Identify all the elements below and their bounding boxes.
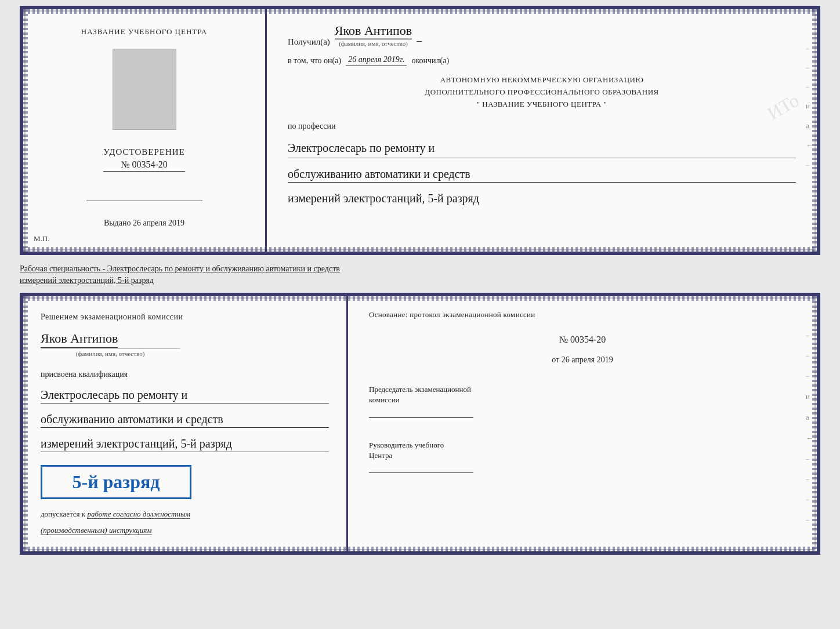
photo-placeholder — [113, 49, 176, 130]
diploma-card: НАЗВАНИЕ УЧЕБНОГО ЦЕНТРА УДОСТОВЕРЕНИЕ №… — [20, 6, 820, 255]
profession-line2: обслуживанию автоматики и средств — [288, 168, 796, 183]
vydano-date: 26 апреля 2019 — [133, 219, 184, 227]
qdeco-arrow: ← — [806, 434, 813, 443]
dopuskaetsya-value2: (производственным) инструкциям — [41, 526, 152, 535]
chairman-line1: Председатель экзаменационной — [369, 384, 796, 395]
date-prefix: от — [552, 355, 559, 364]
chairman-block: Председатель экзаменационной комиссии — [369, 384, 796, 417]
org-line1: АВТОНОМНУЮ НЕКОММЕРЧЕСКУЮ ОРГАНИЗАЦИЮ — [288, 74, 796, 86]
rukovoditel-sig-line — [369, 472, 473, 473]
qual-left-panel: Решением экзаменационной комиссии Яков А… — [23, 296, 348, 551]
date-intro: в том, что он(а) — [288, 56, 341, 66]
qdeco-dash-4: – — [806, 455, 813, 463]
diploma-left-panel: НАЗВАНИЕ УЧЕБНОГО ЦЕНТРА УДОСТОВЕРЕНИЕ №… — [23, 9, 267, 252]
chairman-line2: комиссии — [369, 395, 796, 405]
org-full-name: АВТОНОМНУЮ НЕКОММЕРЧЕСКУЮ ОРГАНИЗАЦИЮ ДО… — [288, 74, 796, 110]
mp-label: М.П. — [34, 234, 49, 243]
vydano-block: Выдано 26 апреля 2019 — [104, 219, 184, 228]
prisvoena-label: присвоена квалификация — [41, 370, 329, 379]
osnov-text: Основание: протокол экзаменационной коми… — [369, 310, 796, 319]
qdeco-a: а — [806, 413, 813, 422]
document-container: НАЗВАНИЕ УЧЕБНОГО ЦЕНТРА УДОСТОВЕРЕНИЕ №… — [20, 6, 820, 555]
dopuskaetsya-value: работе согласно должностным — [87, 510, 190, 519]
org-line3: " НАЗВАНИЕ УЧЕБНОГО ЦЕНТРА " — [288, 99, 796, 111]
signature-line — [86, 201, 202, 201]
org-name-left: НАЗВАНИЕ УЧЕБНОГО ЦЕНТРА — [81, 27, 207, 37]
profession-line1: Электрослесарь по ремонту и — [288, 139, 796, 158]
date-row: в том, что он(а) 26 апреля 2019г. окончи… — [288, 55, 796, 66]
rukovoditel-line1: Руководитель учебного — [369, 440, 796, 450]
decision-text: Решением экзаменационной комиссии — [41, 312, 329, 322]
chairman-sig-line — [369, 417, 473, 418]
qual-line2: обслуживанию автоматики и средств — [41, 413, 329, 428]
protocol-date-value: 26 апреля 2019 — [562, 355, 613, 364]
deco-and: и — [806, 101, 813, 111]
profession-line3: измерений электростанций, 5-й разряд — [288, 192, 796, 206]
org-line2: ДОПОЛНИТЕЛЬНОГО ПРОФЕССИОНАЛЬНОГО ОБРАЗО… — [288, 86, 796, 99]
fio-hint-bottom: (фамилия, имя, отчество) — [41, 348, 180, 357]
deco-dash-3: – — [806, 82, 813, 91]
diploma-right-panel: Получил(а) Яков Антипов (фамилия, имя, о… — [267, 9, 817, 252]
specialty-text: Рабочая специальность - Электрослесарь п… — [20, 260, 820, 288]
udostoverenie-title: УДОСТОВЕРЕНИЕ — [103, 147, 185, 157]
rukovoditel-title: Руководитель учебного Центра — [369, 440, 796, 461]
dopuskaetsya-row: допускается к работе согласно должностны… — [41, 510, 329, 519]
qual-line3: измерений электростанций, 5-й разряд — [41, 437, 329, 452]
finished-label: окончил(а) — [411, 56, 449, 66]
protocol-date: от 26 апреля 2019 — [369, 355, 796, 365]
received-label: Получил(а) — [288, 37, 330, 47]
fio-hint-top: (фамилия, имя, отчество) — [335, 38, 412, 47]
udostoverenie-block: УДОСТОВЕРЕНИЕ № 00354-20 — [103, 147, 185, 172]
rank-label: 5-й разряд — [50, 471, 182, 493]
recipient-name: Яков Антипов — [335, 23, 412, 39]
deco-dash-1: – — [806, 44, 813, 53]
profession-label: по профессии — [288, 122, 796, 131]
rukovoditel-block: Руководитель учебного Центра — [369, 440, 796, 473]
qual-line1: Электрослесарь по ремонту и — [41, 388, 329, 403]
qdeco-and: и — [806, 392, 813, 401]
dopuskaetsya-label: допускается к — [41, 510, 85, 518]
chairman-title: Председатель экзаменационной комиссии — [369, 384, 796, 405]
qdeco-dash-1: – — [806, 331, 813, 340]
qdeco-dash-2: – — [806, 351, 813, 360]
vydano-label: Выдано — [104, 219, 131, 227]
qual-name: Яков Антипов — [41, 331, 118, 348]
qdeco-dash-5: – — [806, 475, 813, 483]
qdeco-dash-3: – — [806, 372, 813, 380]
dash-after-name: – — [417, 35, 422, 47]
qdeco-dash-7: – — [806, 515, 813, 524]
rukovoditel-line2: Центра — [369, 450, 796, 461]
qualification-card: Решением экзаменационной комиссии Яков А… — [20, 293, 820, 555]
deco-dash-2: – — [806, 63, 813, 72]
deco-a: а — [806, 121, 813, 130]
date-value: 26 апреля 2019г. — [346, 55, 407, 66]
qdeco-dash-6: – — [806, 495, 813, 504]
udostoverenie-number: № 00354-20 — [103, 159, 185, 172]
deco-dash-4: – — [806, 161, 813, 169]
protocol-number: № 00354-20 — [369, 335, 796, 345]
deco-arrow: ← — [806, 141, 813, 150]
qual-right-panel: Основание: протокол экзаменационной коми… — [348, 296, 817, 551]
qual-rank-box: 5-й разряд — [41, 465, 191, 499]
